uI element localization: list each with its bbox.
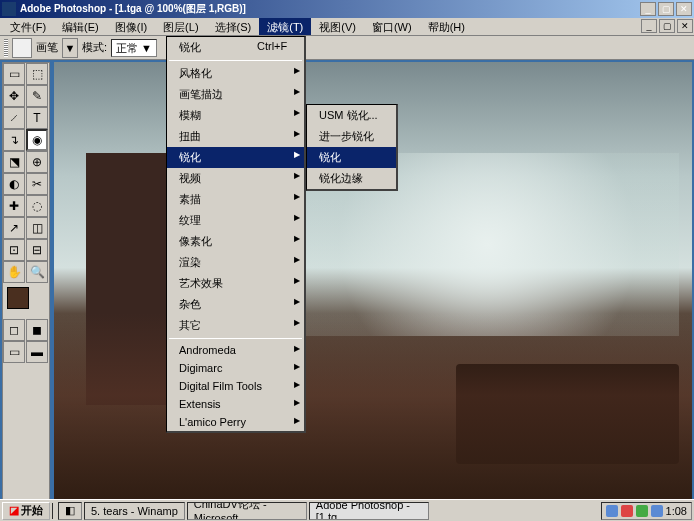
- tool-shape[interactable]: ⊟: [26, 239, 48, 261]
- tool-gradient[interactable]: ✂: [26, 173, 48, 195]
- toolbox: ▭ ⬚ ✥ ✎ ⟋ T ↴ ◉ ⬔ ⊕ ◐ ✂ ✚ ◌ ↗ ◫ ⊡ ⊟ ✋ 🔍 …: [2, 62, 50, 519]
- filter-blur[interactable]: 模糊: [167, 105, 304, 126]
- tray-icon[interactable]: [621, 505, 633, 517]
- filter-last[interactable]: 锐化 Ctrl+F: [167, 37, 304, 58]
- tool-eraser[interactable]: ◐: [3, 173, 25, 195]
- system-tray: 1:08: [601, 502, 692, 520]
- menu-window[interactable]: 窗口(W): [364, 18, 420, 35]
- filter-stylize[interactable]: 风格化: [167, 63, 304, 84]
- menu-help[interactable]: 帮助(H): [420, 18, 473, 35]
- tool-wand[interactable]: ✎: [26, 85, 48, 107]
- filter-brushstrokes[interactable]: 画笔描边: [167, 84, 304, 105]
- brush-dropdown[interactable]: ▼: [62, 38, 78, 58]
- tray-icon[interactable]: [651, 505, 663, 517]
- menu-file[interactable]: 文件(F): [2, 18, 54, 35]
- filter-texture[interactable]: 纹理: [167, 210, 304, 231]
- tool-blur[interactable]: ✚: [3, 195, 25, 217]
- filter-andromeda[interactable]: Andromeda: [167, 341, 304, 359]
- menubar: 文件(F) 编辑(E) 图像(I) 图层(L) 选择(S) 滤镜(T) 视图(V…: [0, 18, 694, 36]
- tool-history[interactable]: ⊕: [26, 151, 48, 173]
- filter-digimarc[interactable]: Digimarc: [167, 359, 304, 377]
- submenu-sharpen[interactable]: 锐化: [307, 147, 396, 168]
- filter-menu: 锐化 Ctrl+F 风格化 画笔描边 模糊 扭曲 锐化 视频 素描 纹理 像素化…: [166, 36, 306, 433]
- filter-render[interactable]: 渲染: [167, 252, 304, 273]
- menu-edit[interactable]: 编辑(E): [54, 18, 107, 35]
- menu-filter[interactable]: 滤镜(T): [259, 18, 311, 35]
- submenu-sharpen-edges[interactable]: 锐化边缘: [307, 168, 396, 189]
- doc-minimize-button[interactable]: _: [641, 19, 657, 33]
- task-ie[interactable]: ChinaDV论坛 - Microsoft...: [187, 502, 307, 520]
- filter-extensis[interactable]: Extensis: [167, 395, 304, 413]
- sharpen-submenu: USM 锐化... 进一步锐化 锐化 锐化边缘: [306, 104, 398, 191]
- clock[interactable]: 1:08: [666, 505, 687, 517]
- image-region: [456, 364, 679, 465]
- screen-mode-2[interactable]: ▬: [26, 341, 48, 363]
- tool-crop[interactable]: ⟋: [3, 107, 25, 129]
- taskbar-separator: [52, 503, 54, 519]
- app-title: Adobe Photoshop - [1.tga @ 100%(图层 1,RGB…: [20, 2, 638, 16]
- submenu-sharpen-more[interactable]: 进一步锐化: [307, 126, 396, 147]
- color-swatches: [3, 283, 49, 319]
- tool-dodge[interactable]: ◌: [26, 195, 48, 217]
- filter-distort[interactable]: 扭曲: [167, 126, 304, 147]
- tool-marquee[interactable]: ▭: [3, 63, 25, 85]
- app-titlebar: Adobe Photoshop - [1.tga @ 100%(图层 1,RGB…: [0, 0, 694, 18]
- close-button[interactable]: ✕: [676, 2, 692, 16]
- menu-layer[interactable]: 图层(L): [155, 18, 206, 35]
- windows-icon: ◪: [9, 504, 19, 517]
- tool-zoom[interactable]: 🔍: [26, 261, 48, 283]
- tool-slice[interactable]: T: [26, 107, 48, 129]
- app-icon: [2, 2, 16, 16]
- filter-other[interactable]: 其它: [167, 315, 304, 336]
- filter-artistic[interactable]: 艺术效果: [167, 273, 304, 294]
- options-bar: 画笔 ▼ 模式: 正常 ▼: [0, 36, 694, 60]
- tool-type[interactable]: ◫: [26, 217, 48, 239]
- screen-mode-1[interactable]: ▭: [3, 341, 25, 363]
- filter-sharpen[interactable]: 锐化: [167, 147, 304, 168]
- mode-label: 模式:: [82, 40, 107, 55]
- menu-image[interactable]: 图像(I): [107, 18, 155, 35]
- doc-close-button[interactable]: ✕: [677, 19, 693, 33]
- start-button[interactable]: ◪ 开始: [2, 502, 50, 520]
- doc-restore-button[interactable]: ▢: [659, 19, 675, 33]
- filter-digitalfilm[interactable]: Digital Film Tools: [167, 377, 304, 395]
- tool-brush[interactable]: ◉: [26, 129, 48, 151]
- filter-video[interactable]: 视频: [167, 168, 304, 189]
- quickmask-modes: ◻ ◼ ▭ ▬: [3, 319, 49, 363]
- mode-select[interactable]: 正常 ▼: [111, 39, 157, 57]
- menu-view[interactable]: 视图(V): [311, 18, 364, 35]
- doc-window-controls: _ ▢ ✕: [640, 18, 694, 35]
- tray-icon[interactable]: [636, 505, 648, 517]
- filter-noise[interactable]: 杂色: [167, 294, 304, 315]
- maximize-button[interactable]: ▢: [658, 2, 674, 16]
- tool-hand[interactable]: ✋: [3, 261, 25, 283]
- tool-pen[interactable]: ⊡: [3, 239, 25, 261]
- tool-grid: ▭ ⬚ ✥ ✎ ⟋ T ↴ ◉ ⬔ ⊕ ◐ ✂ ✚ ◌ ↗ ◫ ⊡ ⊟ ✋ 🔍: [3, 63, 49, 283]
- taskbar: ◪ 开始 ◧ 5. tears - Winamp ChinaDV论坛 - Mic…: [0, 499, 694, 521]
- tool-path[interactable]: ↗: [3, 217, 25, 239]
- quickmask-mode-button[interactable]: ◼: [26, 319, 48, 341]
- task-photoshop[interactable]: Adobe Photoshop - [1.tg...: [309, 502, 429, 520]
- tool-heal[interactable]: ↴: [3, 129, 25, 151]
- foreground-color-swatch[interactable]: [7, 287, 29, 309]
- brush-label: 画笔: [36, 40, 58, 55]
- tool-lasso[interactable]: ✥: [3, 85, 25, 107]
- menu-separator: [169, 60, 302, 61]
- filter-sketch[interactable]: 素描: [167, 189, 304, 210]
- brush-preview-icon[interactable]: [12, 38, 32, 58]
- menu-separator: [169, 338, 302, 339]
- minimize-button[interactable]: _: [640, 2, 656, 16]
- filter-pixelate[interactable]: 像素化: [167, 231, 304, 252]
- tool-stamp[interactable]: ⬔: [3, 151, 25, 173]
- tool-move[interactable]: ⬚: [26, 63, 48, 85]
- menu-select[interactable]: 选择(S): [207, 18, 260, 35]
- filter-lamico[interactable]: L'amico Perry: [167, 413, 304, 431]
- tray-icon[interactable]: [606, 505, 618, 517]
- submenu-usm[interactable]: USM 锐化...: [307, 105, 396, 126]
- task-winamp[interactable]: 5. tears - Winamp: [84, 502, 185, 520]
- grip-icon[interactable]: [4, 39, 8, 57]
- quicklaunch-icon[interactable]: ◧: [58, 502, 82, 520]
- standard-mode-button[interactable]: ◻: [3, 319, 25, 341]
